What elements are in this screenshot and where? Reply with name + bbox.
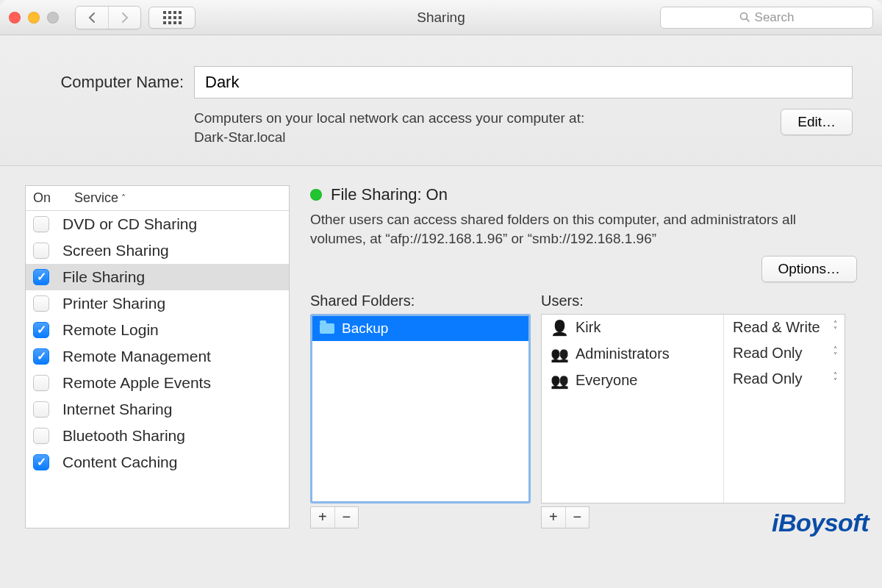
permission-value: Read & Write [733, 319, 820, 336]
service-row[interactable]: Remote Apple Events [26, 370, 289, 396]
service-row[interactable]: DVD or CD Sharing [26, 211, 289, 237]
service-checkbox[interactable] [33, 322, 49, 338]
service-label: File Sharing [62, 268, 145, 286]
service-checkbox[interactable] [33, 269, 49, 285]
remove-user-button[interactable]: − [565, 507, 589, 528]
computer-name-label: Computer Name: [29, 73, 184, 92]
service-label: Remote Login [62, 321, 159, 339]
shared-folders-list[interactable]: Backup [310, 314, 531, 503]
service-row[interactable]: Printer Sharing [26, 290, 289, 317]
shared-folder-item[interactable]: Backup [312, 316, 528, 341]
computer-name-section: Computer Name: Computers on your local n… [0, 35, 882, 166]
stepper-icon: ˄˅ [833, 347, 837, 359]
service-checkbox[interactable] [33, 295, 49, 312]
service-row[interactable]: Remote Management [26, 343, 289, 370]
chevron-left-icon [87, 12, 96, 23]
shared-folder-name: Backup [342, 320, 388, 337]
folders-add-remove: + − [310, 506, 359, 528]
search-icon [739, 12, 750, 23]
edit-hostname-button[interactable]: Edit… [781, 109, 853, 135]
services-header: On Service ˄ [26, 186, 289, 211]
service-row[interactable]: Internet Sharing [26, 396, 289, 423]
user-row[interactable]: 👥Everyone [542, 368, 723, 394]
user-name: Administrators [576, 345, 670, 362]
service-checkbox[interactable] [33, 454, 49, 470]
search-placeholder: Search [755, 10, 795, 25]
minimize-window-button[interactable] [28, 12, 40, 24]
stepper-icon: ˄˅ [833, 373, 837, 384]
shared-folders-title: Shared Folders: [310, 293, 531, 309]
show-all-button[interactable] [148, 7, 196, 29]
chevron-right-icon [121, 12, 129, 23]
permission-value: Read Only [733, 345, 803, 362]
grid-icon [163, 11, 182, 24]
status-indicator-icon [310, 189, 322, 201]
permission-value: Read Only [733, 370, 803, 387]
service-checkbox[interactable] [33, 216, 49, 232]
service-label: Internet Sharing [62, 401, 172, 418]
folder-icon [320, 323, 334, 334]
users-list: 👤Kirk👥Administrators👥Everyone Read & Wri… [541, 314, 845, 503]
people-pair-icon: 👥 [551, 345, 568, 363]
service-label: Bluetooth Sharing [62, 427, 185, 445]
service-row[interactable]: Remote Login [26, 317, 289, 343]
service-row[interactable]: Bluetooth Sharing [26, 423, 289, 449]
permission-select[interactable]: Read & Write˄˅ [724, 315, 845, 340]
permission-select[interactable]: Read Only˄˅ [724, 366, 845, 392]
service-label: Remote Apple Events [62, 374, 211, 392]
permission-select[interactable]: Read Only˄˅ [724, 340, 845, 366]
service-label: Remote Management [62, 348, 211, 365]
service-checkbox[interactable] [33, 375, 49, 391]
close-window-button[interactable] [9, 12, 21, 24]
search-input[interactable]: Search [660, 7, 873, 29]
status-title: File Sharing: On [331, 185, 448, 204]
window-controls [9, 12, 59, 24]
service-detail-pane: File Sharing: On Other users can access … [310, 185, 857, 528]
service-checkbox[interactable] [33, 348, 49, 365]
service-label: DVD or CD Sharing [62, 215, 197, 233]
user-row[interactable]: 👤Kirk [542, 315, 723, 341]
service-checkbox[interactable] [33, 428, 49, 444]
service-row[interactable]: File Sharing [26, 264, 289, 290]
options-button[interactable]: Options… [761, 256, 857, 282]
user-name: Everyone [576, 372, 638, 389]
window-title: Sharing [417, 10, 465, 26]
service-checkbox[interactable] [33, 243, 49, 259]
add-user-button[interactable]: + [542, 507, 565, 528]
sharing-content: On Service ˄ DVD or CD SharingScreen Sha… [0, 166, 882, 542]
status-description: Other users can access shared folders on… [310, 210, 857, 248]
users-add-remove: + − [541, 506, 589, 528]
users-title: Users: [541, 293, 845, 309]
service-label: Screen Sharing [62, 242, 169, 259]
user-name: Kirk [576, 319, 600, 336]
service-label: Printer Sharing [62, 295, 165, 312]
service-label: Content Caching [62, 453, 177, 471]
remove-folder-button[interactable]: − [334, 507, 359, 528]
svg-line-1 [746, 19, 749, 22]
services-col-service: Service ˄ [74, 190, 126, 206]
users-column: Users: 👤Kirk👥Administrators👥Everyone Rea… [541, 293, 845, 528]
services-col-on: On [33, 190, 74, 206]
forward-button[interactable] [108, 7, 140, 29]
people-many-icon: 👥 [551, 372, 568, 390]
nav-back-forward [75, 6, 141, 29]
back-button[interactable] [76, 7, 108, 29]
local-hostname-description: Computers on your local network can acce… [194, 109, 770, 146]
service-checkbox[interactable] [33, 401, 49, 417]
user-row[interactable]: 👥Administrators [542, 341, 723, 368]
add-folder-button[interactable]: + [311, 507, 334, 528]
person-icon: 👤 [551, 319, 568, 337]
stepper-icon: ˄˅ [833, 321, 837, 333]
shared-folders-column: Shared Folders: Backup + − [310, 293, 531, 528]
zoom-window-button[interactable] [47, 12, 59, 24]
computer-name-input[interactable] [194, 66, 853, 98]
service-row[interactable]: Content Caching [26, 449, 289, 476]
service-row[interactable]: Screen Sharing [26, 237, 289, 264]
titlebar: Sharing Search [0, 0, 882, 35]
services-list: On Service ˄ DVD or CD SharingScreen Sha… [25, 185, 290, 528]
watermark: iBoysoft [772, 509, 869, 537]
